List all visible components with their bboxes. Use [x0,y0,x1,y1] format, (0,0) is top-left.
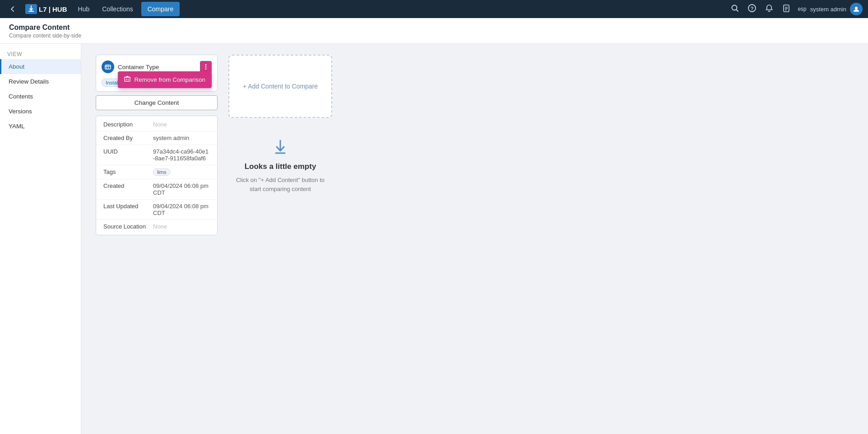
user-name: system admin [810,6,846,13]
tasks-icon[interactable] [780,2,792,16]
table-row: Tags lims [96,165,217,179]
item-card-header: Container Type [96,55,217,77]
detail-label-last-updated: Last Updated [103,203,153,216]
svg-point-1 [732,5,737,10]
page-title: Compare Content [9,23,859,32]
brand-label: L7 | HUB [39,5,67,13]
sidebar-item-yaml[interactable]: YAML [0,119,81,134]
sidebar-item-versions[interactable]: Versions [0,104,81,119]
add-content-button[interactable]: + Add Content to Compare [228,55,332,118]
brand-icon [25,4,37,14]
table-row: Description None [96,118,217,131]
remove-from-comparison-button[interactable]: Remove from Comparison [118,71,212,88]
trash-icon [124,76,130,84]
detail-value-description: None [153,121,167,128]
search-icon[interactable] [729,2,741,16]
esp-label: esp [798,6,806,12]
brand-logo[interactable]: L7 | HUB [22,4,71,14]
item-card-title: Container Type [118,64,159,70]
detail-value-last-updated: 09/04/2024 06:08 pm CDT [153,203,210,216]
change-content-button[interactable]: Change Content [96,95,218,110]
svg-point-14 [205,64,207,65]
table-row: Created 09/04/2024 06:08 pm CDT [96,179,217,200]
svg-point-15 [205,66,207,68]
svg-line-2 [737,10,738,12]
remove-label: Remove from Comparison [134,76,205,83]
notifications-icon[interactable] [763,2,775,16]
table-row: Last Updated 09/04/2024 06:08 pm CDT [96,200,217,220]
detail-value-created: 09/04/2024 06:08 pm CDT [153,182,210,196]
download-icon-large [272,140,288,155]
page-header: Compare Content Compare content side-by-… [0,18,868,44]
sidebar: View About Review Details Contents Versi… [0,44,81,434]
detail-value-source-location: None [153,223,167,230]
svg-text:?: ? [751,6,754,11]
sidebar-item-contents[interactable]: Contents [0,89,81,104]
nav-collections[interactable]: Collections [97,0,138,18]
download-brand-icon [28,5,35,12]
main-content: Container Type [81,44,868,434]
table-row: Created By system admin [96,131,217,145]
detail-label-created: Created [103,182,153,196]
page-subtitle: Compare content side-by-side [9,33,859,39]
svg-point-9 [855,7,858,9]
detail-label-source-location: Source Location [103,223,153,230]
svg-rect-17 [125,77,130,81]
empty-description: Click on "+ Add Content" button tostart … [236,176,325,193]
detail-label-uuid: UUID [103,148,153,162]
compare-columns: Container Type [96,55,854,235]
table-row: Source Location None [96,220,217,233]
sidebar-item-review-details[interactable]: Review Details [0,74,81,89]
user-menu[interactable]: esp system admin [798,3,863,15]
sidebar-item-about[interactable]: About [0,59,81,74]
table-row: UUID 97a34dc4-ca96-40e1-8ae7-911658fa0af… [96,145,217,165]
detail-label-description: Description [103,121,153,128]
topnav-right: ? esp system admin [729,2,863,16]
content-area: View About Review Details Contents Versi… [0,44,868,434]
add-content-label: + Add Content to Compare [243,83,318,90]
item-card: Container Type [96,55,218,92]
page-wrapper: Compare Content Compare content side-by-… [0,18,868,434]
item-dropdown-menu: Remove from Comparison [118,71,212,88]
empty-title: Looks a little empty [245,162,316,171]
user-avatar [850,3,863,15]
right-column: + Add Content to Compare Looks a little … [228,55,332,193]
container-type-icon [102,61,114,73]
nav-hub[interactable]: Hub [73,0,95,18]
left-column: Container Type [96,55,218,235]
detail-value-tags: lims [153,168,170,176]
details-table: Description None Created By system admin… [96,116,218,235]
back-icon [9,5,16,13]
detail-label-created-by: Created By [103,135,153,141]
tag-lims: lims [153,168,170,176]
empty-info: Looks a little empty Click on "+ Add Con… [236,140,325,193]
top-navigation: L7 | HUB Hub Collections Compare ? [0,0,868,18]
sidebar-section-label: View [0,47,81,59]
nav-compare[interactable]: Compare [141,2,180,16]
empty-download-icon [272,140,288,155]
back-button[interactable] [5,4,20,14]
detail-value-created-by: system admin [153,135,189,141]
svg-rect-10 [105,65,111,69]
detail-label-tags: Tags [103,168,153,176]
help-icon[interactable]: ? [746,2,758,16]
detail-value-uuid: 97a34dc4-ca96-40e1-8ae7-911658fa0af6 [153,148,210,162]
svg-point-16 [205,68,207,70]
